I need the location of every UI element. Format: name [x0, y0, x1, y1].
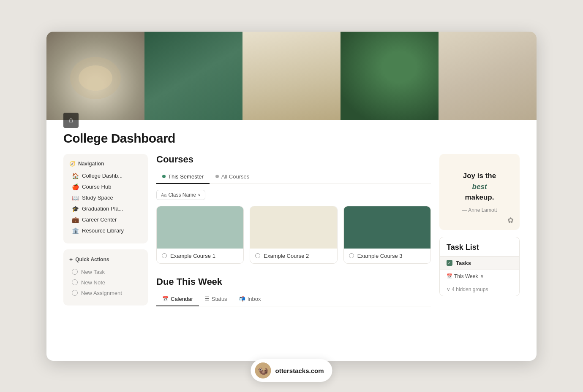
cover-image-2 [144, 32, 242, 120]
status-icon: ☰ [205, 296, 210, 302]
brand-badge: 🦦 otterstacks.com [251, 359, 332, 382]
brand-avatar: 🦦 [255, 362, 271, 378]
new-note-icon [72, 279, 78, 285]
course-card-img-1 [157, 206, 243, 249]
main-window: ⌂ College Dashboard 🧭 Navigation 🏠 Colle… [46, 32, 537, 361]
tab-all-courses[interactable]: All Courses [210, 171, 255, 184]
task-header: ✓ Tasks [440, 256, 519, 270]
sidebar-item-resource-library[interactable]: 🏛️ Resource Library [69, 226, 142, 236]
nav-icon: 🧭 [69, 161, 76, 167]
quick-actions-section: + Quick Actions New Task New Note New As… [63, 249, 148, 305]
main-content: Courses This Semester All Courses Aa Cla… [156, 154, 431, 306]
due-this-week-section: Due This Week 📅 Calendar ☰ Status 📬 Inbo… [156, 276, 431, 306]
home-sidebar-icon: 🏠 [72, 173, 79, 179]
quote-card: Joy is the best makeup. — Anne Lamott ✿ [439, 154, 520, 230]
course-circle-2 [255, 253, 260, 258]
tab-dot-gray [215, 175, 219, 178]
course-card-3[interactable]: Example Course 3 [343, 206, 431, 264]
main-layout: 🧭 Navigation 🏠 College Dashb... 🍎 Course… [46, 154, 537, 319]
cover-image-4 [341, 32, 439, 120]
quote-attribution: — Anne Lamott [462, 207, 497, 213]
chevron-down-icon: ∨ [480, 273, 484, 279]
quick-action-new-assignment[interactable]: New Assignment [69, 288, 142, 298]
due-tab-inbox[interactable]: 📬 Inbox [233, 293, 267, 306]
due-tab-bar: 📅 Calendar ☰ Status 📬 Inbox [156, 293, 431, 306]
due-tab-status[interactable]: ☰ Status [199, 293, 233, 306]
sidebar-item-graduation[interactable]: 🎓 Graduation Pla... [69, 204, 142, 214]
plus-icon: + [69, 256, 73, 263]
course-card-img-3 [344, 206, 430, 249]
sidebar-item-dashboard[interactable]: 🏠 College Dashb... [69, 171, 142, 181]
course-card-footer-3: Example Course 3 [344, 249, 430, 263]
course-card-footer-2: Example Course 2 [250, 249, 337, 263]
new-task-icon [72, 269, 78, 275]
cover-strip [46, 32, 537, 120]
courses-section-title: Courses [156, 154, 431, 165]
resource-library-icon: 🏛️ [72, 227, 79, 234]
task-week-filter[interactable]: 📅 This Week ∨ [440, 270, 519, 283]
task-list-title: Task List [440, 237, 519, 256]
due-tab-calendar[interactable]: 📅 Calendar [156, 293, 199, 306]
new-assignment-icon [72, 290, 78, 296]
quote-decoration-icon: ✿ [507, 216, 514, 225]
tasks-label: Tasks [456, 260, 512, 266]
task-checkbox-icon[interactable]: ✓ [447, 260, 452, 266]
tab-this-semester[interactable]: This Semester [156, 171, 210, 184]
sidebar-item-course-hub[interactable]: 🍎 Course Hub [69, 182, 142, 192]
page-title: College Dashboard [63, 131, 520, 146]
sidebar-item-study-space[interactable]: 📖 Study Space [69, 193, 142, 203]
course-hub-icon: 🍎 [72, 184, 79, 190]
course-card-footer-1: Example Course 1 [157, 249, 243, 263]
filter-chevron-icon: ∨ [198, 192, 201, 197]
study-space-icon: 📖 [72, 195, 79, 201]
course-cards: Example Course 1 Example Course 2 [156, 206, 431, 264]
course-card-img-2 [250, 206, 337, 249]
cover-image-5 [439, 32, 537, 120]
filter-prefix: Aa [161, 192, 166, 197]
filter-bar: Aa Class Name ∨ [156, 190, 431, 200]
sidebar: 🧭 Navigation 🏠 College Dashb... 🍎 Course… [63, 154, 148, 306]
nav-section-title: 🧭 Navigation [69, 161, 142, 167]
right-panel: Joy is the best makeup. — Anne Lamott ✿ … [439, 154, 520, 306]
quick-actions-title: + Quick Actions [69, 256, 142, 263]
quick-action-new-task[interactable]: New Task [69, 267, 142, 277]
quote-text: Joy is the best makeup. [463, 170, 496, 203]
task-list-section: Task List ✓ Tasks 📅 This Week ∨ ∨ 4 hidd… [439, 237, 520, 296]
nav-section: 🧭 Navigation 🏠 College Dashb... 🍎 Course… [63, 154, 148, 243]
calendar-icon: 📅 [162, 296, 169, 302]
course-circle-3 [349, 253, 354, 258]
inbox-icon: 📬 [239, 296, 245, 302]
hidden-groups[interactable]: ∨ 4 hidden groups [440, 283, 519, 296]
courses-tab-bar: This Semester All Courses [156, 171, 431, 184]
calendar-small-icon: 📅 [447, 273, 452, 279]
due-section-title: Due This Week [156, 276, 431, 287]
cover-image-3 [242, 32, 341, 120]
course-circle-1 [162, 253, 167, 258]
sidebar-item-career[interactable]: 💼 Career Center [69, 215, 142, 225]
class-name-filter[interactable]: Aa Class Name ∨ [156, 190, 205, 200]
graduation-icon: 🎓 [72, 205, 79, 212]
course-card-1[interactable]: Example Course 1 [156, 206, 244, 264]
quick-action-new-note[interactable]: New Note [69, 278, 142, 287]
cover-image-1 [46, 32, 144, 120]
career-icon: 💼 [72, 216, 79, 223]
tab-dot-active [162, 175, 166, 178]
courses-section: Courses This Semester All Courses Aa Cla… [156, 154, 431, 264]
home-icon[interactable]: ⌂ [63, 113, 79, 128]
course-card-2[interactable]: Example Course 2 [250, 206, 337, 264]
brand-name: otterstacks.com [275, 367, 324, 374]
